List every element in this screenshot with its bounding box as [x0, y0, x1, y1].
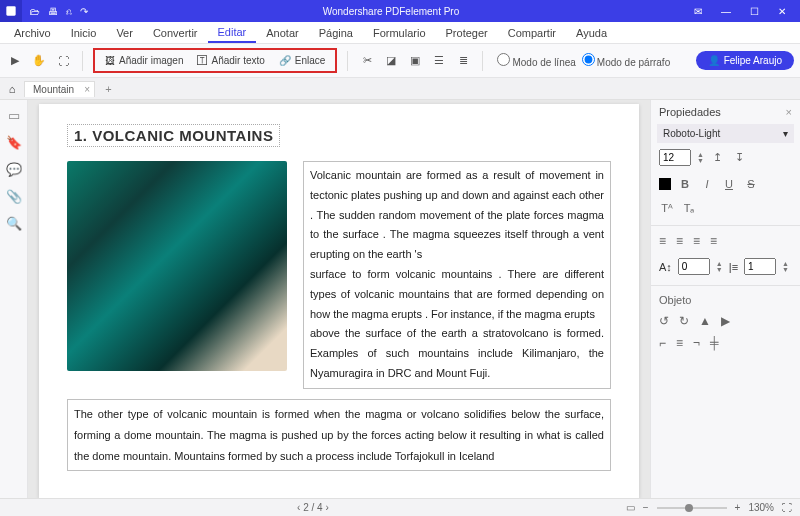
open-icon[interactable]: 🗁	[30, 6, 40, 17]
menu-archivo[interactable]: Archivo	[4, 24, 61, 42]
add-image-button[interactable]: 🖼 Añadir imagen	[99, 52, 189, 69]
separator	[82, 51, 83, 71]
home-tab-icon[interactable]: ⌂	[4, 83, 20, 95]
page-heading[interactable]: 1. VOLCANIC MOUNTAINS	[67, 124, 280, 147]
menu-bar: Archivo Inicio Ver Convertir Editar Anot…	[0, 22, 800, 44]
menu-ver[interactable]: Ver	[106, 24, 143, 42]
title-bar: 🗁 🖶 ⎌ ↷ Wondershare PDFelement Pro ✉ — ☐…	[0, 0, 800, 22]
align-center-icon[interactable]: ≡	[676, 234, 683, 248]
rotate-left-icon[interactable]: ↺	[659, 314, 669, 328]
indent-input[interactable]	[678, 258, 710, 275]
current-page: 2	[303, 502, 309, 513]
toolbar: ▶ ✋ ⛶ 🖼 Añadir imagen 🅃 Añadir texto 🔗 E…	[0, 44, 800, 78]
document-image[interactable]	[67, 161, 287, 371]
menu-convertir[interactable]: Convertir	[143, 24, 208, 42]
hand-icon[interactable]: ✋	[30, 52, 48, 70]
strike-button[interactable]: S	[743, 178, 759, 190]
add-tab-icon[interactable]: +	[99, 83, 117, 95]
print-icon[interactable]: 🖶	[48, 6, 58, 17]
next-page-icon[interactable]: ›	[325, 502, 328, 513]
redo-icon[interactable]: ↷	[80, 6, 88, 17]
fit-icon[interactable]: ⛶	[782, 502, 792, 513]
distribute-icon[interactable]: ╪	[710, 336, 719, 350]
align-right-icon[interactable]: ≡	[693, 234, 700, 248]
image-icon: 🖼	[105, 55, 115, 66]
zoom-value[interactable]: 130%	[748, 502, 774, 513]
add-text-label: Añadir texto	[211, 55, 264, 66]
close-icon[interactable]: ✕	[770, 6, 794, 17]
align-obj-right-icon[interactable]: ¬	[693, 336, 700, 350]
view-mode-icon[interactable]: ▭	[626, 502, 635, 513]
spacing-input[interactable]	[744, 258, 776, 275]
case-upper-icon[interactable]: Tᴬ	[659, 202, 675, 215]
line-mode-radio[interactable]: Modo de línea	[497, 53, 575, 68]
tab-close-icon[interactable]: ×	[84, 84, 90, 95]
align-left-icon[interactable]: ≡	[659, 234, 666, 248]
font-size-input[interactable]	[659, 149, 691, 166]
menu-proteger[interactable]: Proteger	[436, 24, 498, 42]
size-stepper[interactable]: ▲▼	[697, 152, 704, 164]
search-icon[interactable]: 🔍	[6, 216, 22, 231]
comments-icon[interactable]: 💬	[6, 162, 22, 177]
zoom-slider[interactable]	[657, 507, 727, 509]
prev-page-icon[interactable]: ‹	[297, 502, 300, 513]
para-mode-radio[interactable]: Modo de párrafo	[582, 53, 670, 68]
menu-anotar[interactable]: Anotar	[256, 24, 308, 42]
watermark-icon[interactable]: ◪	[382, 52, 400, 70]
text-block-full[interactable]: The other type of volcanic mountain is f…	[67, 399, 611, 472]
spacing-stepper[interactable]: ▲▼	[782, 261, 789, 273]
minimize-icon[interactable]: —	[714, 6, 738, 17]
undo-icon[interactable]: ⎌	[66, 6, 72, 17]
background-icon[interactable]: ▣	[406, 52, 424, 70]
sidebar-left: ▭ 🔖 💬 📎 🔍	[0, 100, 28, 498]
maximize-icon[interactable]: ☐	[742, 6, 766, 17]
menu-pagina[interactable]: Página	[309, 24, 363, 42]
indent-stepper[interactable]: ▲▼	[716, 261, 723, 273]
bookmarks-icon[interactable]: 🔖	[6, 135, 22, 150]
menu-formulario[interactable]: Formulario	[363, 24, 436, 42]
page-indicator[interactable]: ‹ 2 / 4 ›	[8, 502, 618, 513]
link-button[interactable]: 🔗 Enlace	[273, 52, 332, 69]
add-text-button[interactable]: 🅃 Añadir texto	[191, 52, 270, 69]
flip-horizontal-icon[interactable]: ▶	[721, 314, 730, 328]
document-tab[interactable]: Mountain ×	[24, 81, 95, 97]
add-image-label: Añadir imagen	[119, 55, 183, 66]
bold-button[interactable]: B	[677, 178, 693, 190]
menu-ayuda[interactable]: Ayuda	[566, 24, 617, 42]
subscript-icon[interactable]: ↧	[732, 151, 748, 164]
italic-button[interactable]: I	[699, 178, 715, 190]
superscript-icon[interactable]: ↥	[710, 151, 726, 164]
align-obj-center-icon[interactable]: ≡	[676, 336, 683, 350]
crop-icon[interactable]: ✂	[358, 52, 376, 70]
case-lower-icon[interactable]: Tₐ	[681, 202, 697, 215]
pointer-icon[interactable]: ▶	[6, 52, 24, 70]
flip-vertical-icon[interactable]: ▲	[699, 314, 711, 328]
user-button[interactable]: 👤 Felipe Araujo	[696, 51, 794, 70]
menu-editar[interactable]: Editar	[208, 23, 257, 43]
zoom-in-icon[interactable]: +	[735, 502, 741, 513]
notify-icon[interactable]: ✉	[686, 6, 710, 17]
chevron-down-icon: ▾	[783, 128, 788, 139]
bates-icon[interactable]: ≣	[454, 52, 472, 70]
font-select[interactable]: Roboto-Light ▾	[657, 124, 794, 143]
select-icon[interactable]: ⛶	[54, 52, 72, 70]
page: 1. VOLCANIC MOUNTAINS Volcanic mountain …	[39, 104, 639, 498]
header-icon[interactable]: ☰	[430, 52, 448, 70]
align-justify-icon[interactable]: ≡	[710, 234, 717, 248]
spacing-icon: |≡	[729, 261, 738, 273]
rotate-right-icon[interactable]: ↻	[679, 314, 689, 328]
attachments-icon[interactable]: 📎	[6, 189, 22, 204]
text-block-right[interactable]: Volcanic mountain are formed as a result…	[303, 161, 611, 389]
document-viewport[interactable]: 1. VOLCANIC MOUNTAINS Volcanic mountain …	[28, 100, 650, 498]
align-obj-left-icon[interactable]: ⌐	[659, 336, 666, 350]
app-title: Wondershare PDFelement Pro	[96, 6, 686, 17]
zoom-out-icon[interactable]: −	[643, 502, 649, 513]
color-swatch[interactable]	[659, 178, 671, 190]
font-name: Roboto-Light	[663, 128, 720, 139]
object-section-label: Objeto	[651, 290, 800, 310]
menu-inicio[interactable]: Inicio	[61, 24, 107, 42]
menu-compartir[interactable]: Compartir	[498, 24, 566, 42]
underline-button[interactable]: U	[721, 178, 737, 190]
thumbnails-icon[interactable]: ▭	[8, 108, 20, 123]
panel-close-icon[interactable]: ×	[786, 106, 792, 118]
